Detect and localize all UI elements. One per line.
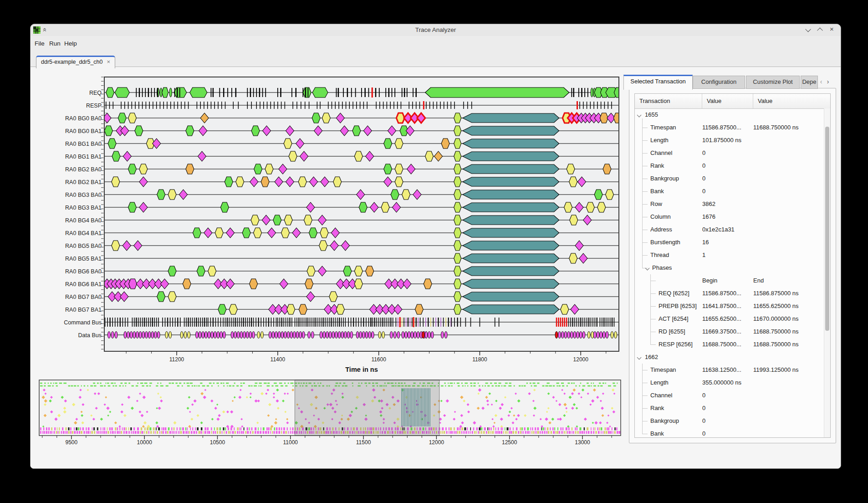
bus-tick[interactable] [603, 318, 604, 327]
bus-tick[interactable] [170, 102, 171, 109]
data-burst[interactable] [425, 332, 428, 339]
bus-tick[interactable] [215, 318, 216, 327]
bus-tick[interactable] [332, 102, 332, 109]
bus-tick[interactable] [412, 318, 413, 327]
data-burst[interactable] [597, 332, 599, 339]
tree-row[interactable]: ACT [6254]11655.62500...11670.000000 ns [635, 313, 824, 325]
data-burst[interactable] [145, 332, 148, 339]
phase-shape[interactable] [454, 292, 461, 302]
bus-tick[interactable] [450, 102, 451, 109]
phase-shape[interactable] [115, 87, 129, 98]
bus-tick[interactable] [121, 102, 122, 109]
bus-tick[interactable] [196, 318, 197, 327]
bus-tick[interactable] [338, 102, 339, 109]
bus-tick[interactable] [227, 318, 228, 327]
bus-tick[interactable] [393, 102, 394, 109]
data-burst[interactable] [115, 332, 117, 339]
bus-tick[interactable] [447, 102, 448, 109]
data-burst[interactable] [408, 332, 410, 339]
bus-tick[interactable] [560, 318, 562, 327]
transaction-arrow[interactable] [463, 113, 559, 123]
bus-tick[interactable] [406, 318, 407, 327]
transaction-arrow[interactable] [463, 152, 559, 161]
phase-shape[interactable] [454, 202, 461, 212]
bus-tick[interactable] [128, 318, 128, 327]
transaction-arrow[interactable] [463, 190, 559, 199]
transaction-arrow[interactable] [463, 164, 559, 174]
bus-tick[interactable] [233, 102, 234, 109]
data-burst[interactable] [359, 332, 362, 339]
data-burst[interactable] [308, 332, 311, 339]
bus-tick[interactable] [207, 102, 208, 109]
bus-tick[interactable] [138, 102, 139, 109]
bus-tick[interactable] [256, 88, 257, 97]
bus-tick[interactable] [376, 102, 377, 109]
bus-tick[interactable] [460, 318, 461, 327]
phase-shape[interactable] [454, 177, 461, 187]
bus-tick[interactable] [256, 102, 257, 109]
bus-tick[interactable] [601, 102, 602, 109]
bus-tick[interactable] [343, 88, 344, 97]
bus-tick[interactable] [390, 318, 391, 327]
tree-row[interactable]: Row3862 [635, 198, 824, 210]
bus-tick[interactable] [568, 318, 569, 327]
bus-tick[interactable] [317, 318, 317, 327]
transaction-arrow[interactable] [463, 126, 559, 135]
bus-tick[interactable] [597, 102, 598, 109]
phase-shape[interactable] [225, 177, 233, 187]
data-burst[interactable] [281, 332, 284, 339]
data-burst[interactable] [561, 332, 564, 339]
bus-tick[interactable] [117, 318, 118, 327]
bus-tick[interactable] [336, 88, 337, 97]
bus-tick[interactable] [397, 102, 398, 109]
bus-tick[interactable] [160, 102, 161, 109]
phase-shape[interactable] [322, 113, 330, 123]
phase-shape[interactable] [108, 139, 116, 149]
bus-tick[interactable] [562, 318, 563, 327]
bus-tick[interactable] [251, 318, 252, 327]
bus-tick[interactable] [364, 88, 366, 97]
bus-tick[interactable] [367, 102, 368, 109]
bus-tick[interactable] [223, 88, 225, 97]
phase-shape[interactable] [336, 304, 344, 314]
data-burst[interactable] [111, 332, 114, 339]
tree-row[interactable]: Rank0 [635, 402, 824, 415]
tree-row[interactable]: Bank0 [635, 185, 824, 198]
bus-tick[interactable] [463, 102, 464, 109]
bus-tick[interactable] [379, 102, 380, 109]
phase-shape[interactable] [261, 177, 269, 187]
bus-tick[interactable] [480, 318, 480, 327]
phase-shape[interactable] [112, 177, 120, 187]
phase-shape[interactable] [320, 228, 328, 238]
bus-tick[interactable] [380, 318, 381, 327]
phase-shape[interactable] [118, 113, 126, 123]
phase-shape[interactable] [391, 190, 399, 200]
bus-tick[interactable] [267, 102, 268, 109]
data-burst[interactable] [165, 332, 168, 339]
data-burst[interactable] [136, 332, 139, 339]
bus-tick[interactable] [204, 318, 205, 327]
bus-tick[interactable] [612, 318, 613, 327]
bus-tick[interactable] [245, 318, 246, 327]
data-burst[interactable] [237, 332, 240, 339]
bus-tick[interactable] [410, 318, 411, 327]
bus-tick[interactable] [390, 102, 391, 109]
tree-row[interactable]: Bankgroup0 [635, 172, 824, 185]
bus-tick[interactable] [611, 102, 612, 109]
phase-shape[interactable] [454, 241, 461, 251]
bus-tick[interactable] [592, 318, 593, 327]
tree-row[interactable]: Channel0 [635, 389, 824, 402]
data-burst[interactable] [154, 332, 157, 339]
phase-shape[interactable] [561, 304, 569, 314]
bus-tick[interactable] [337, 318, 338, 327]
phase-shape[interactable] [218, 304, 226, 314]
phase-shape[interactable] [236, 177, 244, 187]
phase-shape[interactable] [454, 164, 461, 174]
data-burst[interactable] [602, 332, 605, 339]
tab-dependencies-clipped[interactable]: Depe [801, 76, 818, 89]
bus-tick[interactable] [146, 318, 147, 327]
data-burst[interactable] [579, 332, 582, 339]
bus-tick[interactable] [286, 318, 286, 327]
bus-tick[interactable] [436, 102, 437, 109]
phase-shape[interactable] [454, 215, 461, 225]
